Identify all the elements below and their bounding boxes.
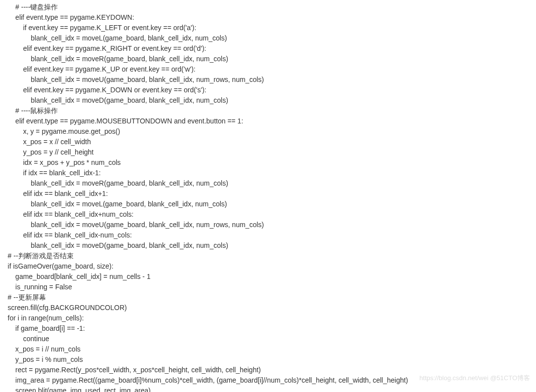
code-line: blank_cell_idx = moveL(game_board, blank… (0, 33, 536, 43)
code-line: screen.blit(game_img_used, rect, img_are… (0, 386, 536, 392)
code-line: elif event.key == pygame.K_UP or event.k… (0, 64, 536, 75)
code-line: if idx == blank_cell_idx-1: (0, 168, 536, 178)
code-line: # --更新屏幕 (0, 292, 536, 303)
code-line: x_pos = x // cell_width (0, 137, 536, 147)
code-line: x, y = pygame.mouse.get_pos() (0, 126, 536, 137)
code-line: elif event.key == pygame.K_DOWN or event… (0, 85, 536, 95)
code-line: blank_cell_idx = moveR(game_board, blank… (0, 178, 536, 189)
code-line: blank_cell_idx = moveD(game_board, blank… (0, 240, 536, 251)
code-line: is_running = False (0, 282, 536, 292)
code-line: elif idx == blank_cell_idx+num_cols: (0, 209, 536, 220)
code-block: # ----键盘操作 elif event.type == pygame.KEY… (0, 0, 536, 392)
code-line: img_area = pygame.Rect((game_board[i]%nu… (0, 375, 536, 386)
code-line: # ----鼠标操作 (0, 106, 536, 116)
code-line: blank_cell_idx = moveD(game_board, blank… (0, 95, 536, 106)
code-line: if event.key == pygame.K_LEFT or event.k… (0, 23, 536, 33)
code-line: screen.fill(cfg.BACKGROUNDCOLOR) (0, 303, 536, 313)
code-line: elif event.type == pygame.KEYDOWN: (0, 12, 536, 23)
code-line: if game_board[i] == -1: (0, 323, 536, 334)
code-line: elif event.key == pygame.K_RIGHT or even… (0, 43, 536, 54)
code-line: rect = pygame.Rect(y_pos*cell_width, x_p… (0, 365, 536, 375)
code-line: blank_cell_idx = moveL(game_board, blank… (0, 199, 536, 209)
code-line: for i in range(num_cells): (0, 313, 536, 323)
code-line: y_pos = y // cell_height (0, 147, 536, 157)
code-line: blank_cell_idx = moveU(game_board, blank… (0, 75, 536, 85)
code-line: x_pos = i // num_cols (0, 344, 536, 354)
code-line: elif idx == blank_cell_idx-num_cols: (0, 230, 536, 240)
code-line: game_board[blank_cell_idx] = num_cells -… (0, 272, 536, 282)
code-line: y_pos = i % num_cols (0, 354, 536, 365)
code-line: # ----键盘操作 (0, 2, 536, 12)
code-line: if isGameOver(game_board, size): (0, 261, 536, 272)
code-line: # --判断游戏是否结束 (0, 251, 536, 261)
code-line: blank_cell_idx = moveU(game_board, blank… (0, 220, 536, 230)
code-line: elif event.type == pygame.MOUSEBUTTONDOW… (0, 116, 536, 126)
code-line: continue (0, 334, 536, 344)
code-line: elif idx == blank_cell_idx+1: (0, 189, 536, 199)
code-line: blank_cell_idx = moveR(game_board, blank… (0, 54, 536, 64)
code-line: idx = x_pos + y_pos * num_cols (0, 157, 536, 168)
